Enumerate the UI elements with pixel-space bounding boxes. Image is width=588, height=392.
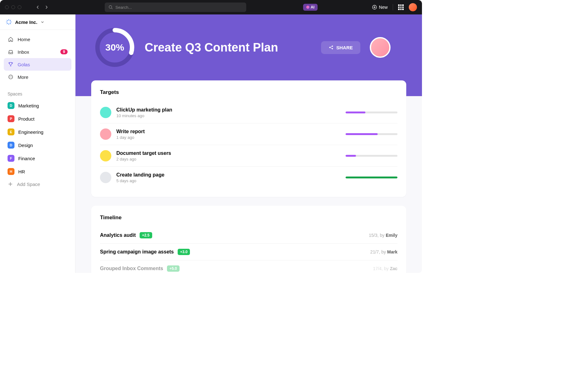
sidebar: Acme Inc. Home Inbox 9 (0, 14, 75, 273)
inbox-badge: 9 (60, 49, 68, 54)
space-item[interactable]: HHR (0, 165, 75, 178)
timeline-badge: +3.0 (178, 249, 190, 255)
targets-heading: Targets (100, 89, 397, 95)
space-name: Product (18, 116, 35, 122)
assignee-avatar (100, 107, 111, 118)
share-button[interactable]: SHARE (321, 41, 360, 54)
svg-point-8 (329, 47, 330, 48)
timeline-row[interactable]: Spring campaign image assets +3.0 21/7, … (100, 244, 397, 260)
progress-ring: 30% (94, 27, 135, 68)
target-row[interactable]: Create landing page 5 days ago (100, 167, 397, 188)
timeline-name: Spring campaign image assets (100, 249, 174, 255)
svg-point-5 (11, 77, 12, 77)
nav-back[interactable] (34, 3, 42, 11)
space-item[interactable]: PProduct (0, 112, 75, 125)
timeline-card: Timeline Analytics audit +2.5 15/3, by E… (91, 206, 406, 273)
space-badge: D (8, 142, 14, 149)
target-name: Document target users (116, 150, 341, 156)
page-title: Create Q3 Content Plan (145, 41, 312, 54)
minimize-window[interactable] (11, 5, 15, 9)
share-icon (329, 45, 334, 50)
nav-inbox[interactable]: Inbox 9 (4, 46, 71, 58)
target-row[interactable]: ClickUp marketing plan 10 minutes ago (100, 102, 397, 123)
assignee-avatar (100, 172, 111, 183)
svg-point-4 (10, 77, 11, 77)
add-space-button[interactable]: Add Space (0, 178, 75, 190)
plus-icon (8, 181, 13, 187)
assignee-avatar (100, 150, 111, 161)
search-icon (108, 5, 113, 9)
target-row[interactable]: Write report 1 day ago (100, 123, 397, 145)
space-item[interactable]: EEngineering (0, 125, 75, 139)
space-badge: H (8, 168, 14, 175)
chevron-down-icon (41, 20, 44, 24)
nav-goals[interactable]: Golas (4, 58, 71, 71)
user-avatar[interactable] (409, 3, 417, 11)
timeline-badge: +2.5 (140, 232, 152, 238)
plus-circle-icon (372, 5, 377, 10)
workspace-selector[interactable]: Acme Inc. (0, 14, 75, 30)
ai-icon (306, 6, 309, 9)
maximize-window[interactable] (18, 5, 21, 9)
inbox-icon (8, 49, 14, 55)
space-badge: D (8, 102, 14, 109)
nav-forward[interactable] (43, 3, 50, 11)
target-name: Write report (116, 129, 341, 134)
space-name: Finance (18, 156, 35, 161)
target-name: Create landing page (116, 172, 341, 178)
target-timestamp: 1 day ago (116, 135, 341, 140)
space-name: HR (18, 169, 25, 174)
svg-point-9 (332, 46, 333, 47)
timeline-name: Grouped Inbox Comments (100, 266, 163, 271)
nav-home[interactable]: Home (4, 33, 71, 46)
timeline-meta: 15/3, by Emily (369, 233, 397, 238)
more-icon (8, 74, 14, 80)
workspace-name: Acme Inc. (15, 19, 37, 25)
spaces-heading: Spaces (0, 86, 75, 99)
titlebar: Search... AI New (0, 0, 422, 14)
window-controls (5, 5, 21, 9)
space-name: Design (18, 143, 33, 148)
space-item[interactable]: DMarketing (0, 99, 75, 112)
space-badge: E (8, 128, 14, 135)
targets-card: Targets ClickUp marketing plan 10 minute… (91, 80, 406, 197)
apps-icon[interactable] (398, 4, 404, 10)
close-window[interactable] (5, 5, 9, 9)
space-badge: P (8, 115, 14, 122)
new-button[interactable]: New (372, 5, 388, 10)
progress-percentage: 30% (105, 42, 124, 53)
space-name: Engineering (18, 129, 43, 135)
target-progress (346, 155, 397, 157)
target-timestamp: 10 minutes ago (116, 113, 341, 118)
search-placeholder: Search... (115, 5, 132, 10)
space-badge: F (8, 155, 14, 162)
nav-more[interactable]: More (4, 71, 71, 83)
svg-point-3 (9, 77, 10, 77)
timeline-meta: 17/4, by Zac (373, 266, 397, 271)
workspace-logo-icon (6, 19, 12, 25)
timeline-badge: +5.0 (167, 265, 180, 272)
svg-point-10 (332, 48, 333, 49)
target-row[interactable]: Document target users 2 days ago (100, 145, 397, 167)
target-progress (346, 133, 397, 135)
main-content: 30% Create Q3 Content Plan SHARE Targets… (75, 14, 422, 273)
home-icon (8, 36, 14, 42)
target-timestamp: 5 days ago (116, 178, 341, 183)
assignee-avatar (100, 128, 111, 140)
timeline-name: Analytics audit (100, 232, 136, 238)
space-item[interactable]: DDesign (0, 139, 75, 152)
timeline-meta: 21/7, by Mark (370, 249, 397, 254)
timeline-row[interactable]: Grouped Inbox Comments +5.0 17/4, by Zac (100, 260, 397, 273)
space-item[interactable]: FFinance (0, 152, 75, 165)
owner-avatar[interactable] (370, 37, 391, 58)
search-input[interactable]: Search... (105, 3, 246, 12)
target-progress (346, 177, 397, 178)
trophy-icon (8, 61, 14, 68)
ai-button[interactable]: AI (303, 4, 318, 11)
timeline-row[interactable]: Analytics audit +2.5 15/3, by Emily (100, 227, 397, 244)
space-name: Marketing (18, 103, 39, 108)
timeline-heading: Timeline (100, 215, 397, 221)
target-progress (346, 112, 397, 113)
target-name: ClickUp marketing plan (116, 107, 341, 113)
target-timestamp: 2 days ago (116, 157, 341, 161)
